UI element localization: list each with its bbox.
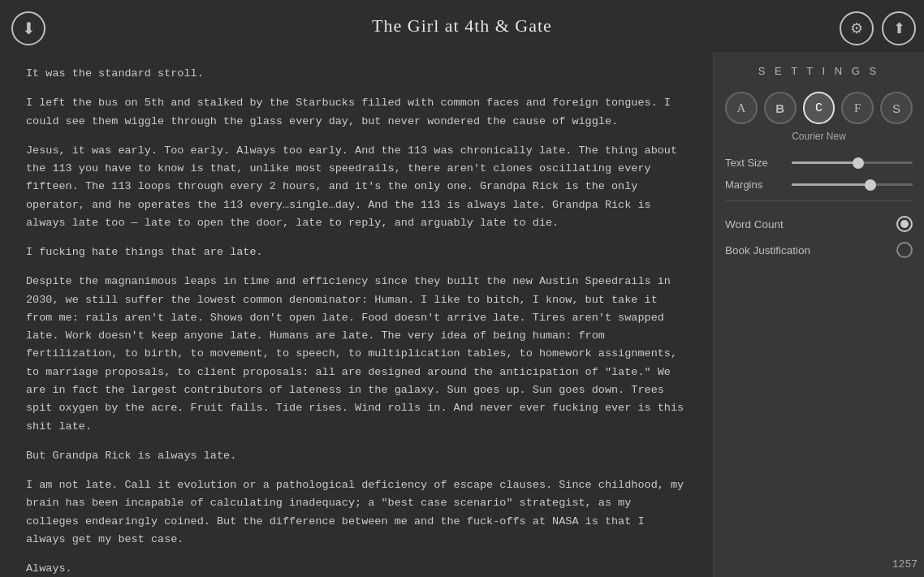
paragraph-8: Always.: [26, 560, 687, 577]
font-name-label: Courier New: [725, 131, 913, 142]
paragraph-2: I left the bus on 5th and stalked by the…: [26, 94, 687, 131]
word-count-display: 1257: [892, 558, 918, 571]
font-button-A[interactable]: A: [725, 92, 758, 124]
page-title: The Girl at 4th & Gate: [372, 15, 552, 37]
text-size-label: Text Size: [725, 157, 784, 169]
book-justification-row[interactable]: Book Justification: [725, 237, 913, 263]
gear-icon: ⚙: [850, 19, 863, 37]
font-button-C[interactable]: C: [803, 92, 835, 124]
header: ⬇ The Girl at 4th & Gate ⚙ ⬆: [0, 0, 924, 52]
margins-row: Margins: [725, 179, 913, 191]
download-button[interactable]: ⬇: [11, 11, 45, 45]
paragraph-1: It was the standard stroll.: [26, 65, 687, 83]
paragraph-6: But Grandpa Rick is always late.: [26, 447, 687, 465]
share-icon: ⬆: [893, 19, 905, 37]
settings-panel: S E T T I N G S A B C F S Courier New Te…: [713, 52, 924, 577]
text-size-row: Text Size: [725, 157, 913, 169]
word-count-radio-inner: [900, 220, 909, 228]
paragraph-5: Despite the magnanimous leaps in time an…: [26, 273, 687, 435]
word-count-row[interactable]: Word Count: [725, 211, 913, 237]
font-button-B[interactable]: B: [764, 92, 797, 124]
margins-slider[interactable]: [792, 183, 913, 186]
word-count-radio[interactable]: [896, 216, 913, 232]
paragraph-7: I am not late. Call it evolution or a pa…: [26, 476, 687, 549]
settings-title: S E T T I N G S: [725, 65, 913, 77]
text-size-slider[interactable]: [792, 161, 913, 164]
book-justification-label: Book Justification: [725, 244, 810, 256]
font-buttons-row: A B C F S: [725, 92, 913, 124]
download-icon: ⬇: [22, 19, 36, 38]
divider: [725, 200, 913, 201]
book-justification-radio[interactable]: [896, 242, 913, 258]
margins-label: Margins: [725, 179, 784, 191]
font-button-F[interactable]: F: [841, 92, 874, 124]
paragraph-4: I fucking hate things that are late.: [26, 243, 687, 261]
share-button[interactable]: ⬆: [882, 11, 916, 45]
font-button-S[interactable]: S: [880, 92, 913, 124]
word-count-label: Word Count: [725, 218, 784, 230]
reading-content: It was the standard stroll. I left the b…: [0, 52, 713, 577]
settings-button[interactable]: ⚙: [840, 11, 874, 45]
paragraph-3: Jesus, it was early. Too early. Always t…: [26, 142, 687, 232]
